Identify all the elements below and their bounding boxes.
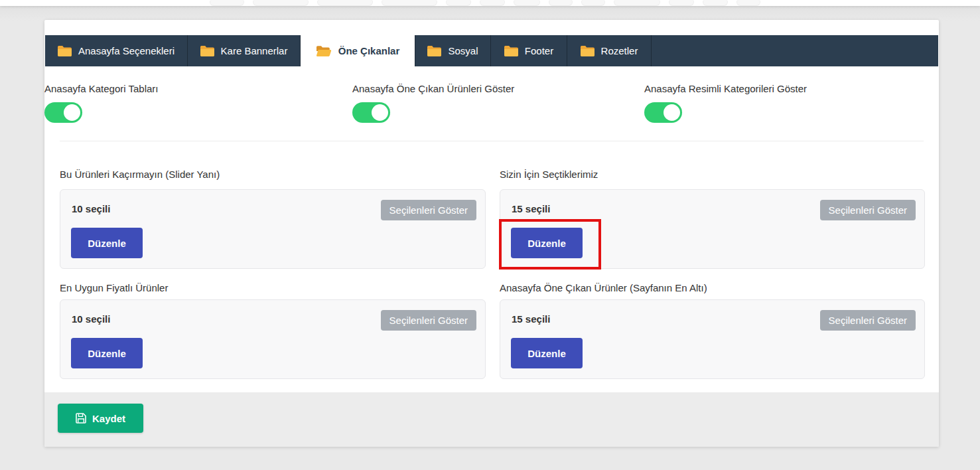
toggle-anasayfa-kategori-tablari[interactable] (44, 102, 82, 123)
folder-icon (200, 45, 214, 56)
tab-footer[interactable]: Footer (491, 35, 567, 66)
panel-anasayfa-one-cikan-urunler: 15 seçili Seçilenleri Göster Düzenle (500, 299, 925, 379)
bookmark-item[interactable] (446, 0, 471, 6)
selected-count: 15 seçili (512, 203, 550, 214)
save-label: Kaydet (92, 413, 125, 424)
panel-en-uygun-fiyatli-urunler: 10 seçili Seçilenleri Göster Düzenle (60, 299, 486, 379)
top-shadow (0, 6, 980, 21)
bookmark-item[interactable] (614, 0, 660, 6)
tab-rozetler[interactable]: Rozetler (567, 35, 652, 66)
panel-title-anasayfa-one-cikan-urunler: Anasayfa Öne Çıkan Ürünler (Sayfanın En … (500, 282, 707, 293)
selected-count: 15 seçili (512, 313, 550, 325)
browser-bookmarks-strip (0, 0, 980, 6)
selected-count: 10 seçili (72, 313, 110, 325)
folder-icon (504, 45, 518, 56)
toggle-knob (372, 104, 388, 121)
section-divider (60, 141, 924, 141)
bookmark-item[interactable] (480, 0, 505, 6)
toggle-anasayfa-one-cikan-urunleri-goster[interactable] (352, 102, 390, 123)
tab-anasayfa-secenekleri[interactable]: Anasayfa Seçenekleri (45, 35, 188, 66)
bookmark-item[interactable] (382, 0, 437, 6)
toggle-label: Anasayfa Resimli Kategorileri Göster (644, 83, 807, 94)
tab-one-cikanlar[interactable]: Öne Çıkanlar (301, 35, 415, 66)
panel-title-bu-urunleri-kacirmayin: Bu Ürünleri Kaçırmayın (Slider Yanı) (60, 169, 220, 180)
duzenle-button[interactable]: Düzenle (511, 338, 583, 368)
card-footer: Kaydet (44, 392, 939, 447)
tab-label: Öne Çıkanlar (338, 45, 400, 56)
toggle-label: Anasayfa Öne Çıkan Ürünleri Göster (352, 83, 514, 94)
panel-title-sizin-icin-sectiklerimiz: Sizin İçin Seçtiklerimiz (500, 169, 598, 180)
tab-bar: Anasayfa Seçenekleri Kare Bannerlar Öne … (45, 35, 938, 66)
bookmark-item[interactable] (703, 0, 728, 6)
folder-open-icon (316, 45, 332, 56)
toggle-anasayfa-resimli-kategorileri-goster[interactable] (644, 102, 682, 123)
panel-bu-urunleri-kacirmayin: 10 seçili Seçilenleri Göster Düzenle (60, 189, 486, 269)
secilenleri-goster-button[interactable]: Seçilenleri Göster (381, 200, 476, 220)
toggle-group-one-cikan-urunleri: Anasayfa Öne Çıkan Ürünleri Göster (352, 83, 514, 123)
bookmark-item[interactable] (669, 0, 694, 6)
tab-label: Sosyal (448, 45, 478, 56)
tab-label: Rozetler (601, 45, 638, 56)
secilenleri-goster-button[interactable]: Seçilenleri Göster (820, 310, 916, 331)
bookmark-item[interactable] (253, 0, 309, 6)
tab-kare-bannerlar[interactable]: Kare Bannerlar (188, 35, 301, 66)
tab-label: Anasayfa Seçenekleri (78, 45, 175, 56)
settings-card: Anasayfa Seçenekleri Kare Bannerlar Öne … (44, 20, 939, 447)
panel-title-en-uygun-fiyatli-urunler: En Uygun Fiyatlı Ürünler (60, 282, 168, 293)
folder-icon (581, 45, 595, 56)
bookmark-item[interactable] (210, 0, 244, 6)
tab-label: Footer (525, 45, 553, 56)
folder-icon (427, 45, 441, 56)
toggle-group-kategori-tablari: Anasayfa Kategori Tabları (44, 83, 159, 123)
folder-icon (58, 45, 72, 56)
floppy-disk-icon (76, 413, 86, 424)
secilenleri-goster-button[interactable]: Seçilenleri Göster (381, 310, 476, 331)
bookmark-item[interactable] (549, 0, 573, 6)
toggle-knob (64, 104, 80, 121)
secilenleri-goster-button[interactable]: Seçilenleri Göster (820, 200, 916, 220)
duzenle-button[interactable]: Düzenle (71, 338, 143, 368)
selected-count: 10 seçili (72, 203, 110, 214)
toggle-label: Anasayfa Kategori Tabları (44, 83, 159, 94)
bookmark-item[interactable] (514, 0, 540, 6)
toggle-knob (664, 104, 680, 121)
kaydet-button[interactable]: Kaydet (58, 404, 143, 433)
tab-label: Kare Bannerlar (221, 45, 288, 56)
panel-sizin-icin-sectiklerimiz: 15 seçili Seçilenleri Göster Düzenle (500, 189, 925, 269)
bookmark-item[interactable] (317, 0, 373, 6)
duzenle-button[interactable]: Düzenle (71, 228, 143, 258)
bookmark-item[interactable] (581, 0, 605, 6)
duzenle-button[interactable]: Düzenle (511, 228, 583, 258)
tab-sosyal[interactable]: Sosyal (415, 35, 491, 66)
toggle-group-resimli-kategoriler: Anasayfa Resimli Kategorileri Göster (644, 83, 807, 123)
bookmark-item[interactable] (736, 0, 760, 6)
